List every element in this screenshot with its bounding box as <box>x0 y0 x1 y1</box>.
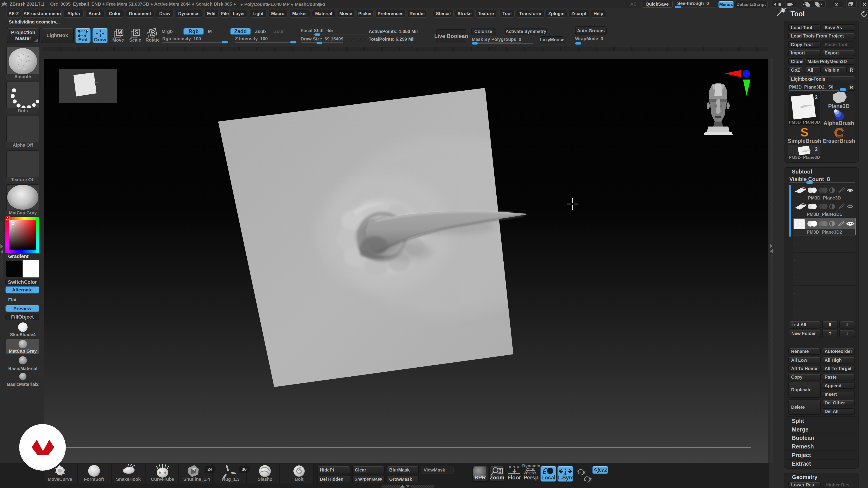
svg-text:S: S <box>800 127 809 138</box>
svg-text:z: z <box>589 476 592 482</box>
svg-text:x: x <box>583 469 586 475</box>
svg-text:XYZ: XYZ <box>598 467 608 473</box>
svg-text:3: 3 <box>815 94 818 100</box>
svg-text:M: M <box>117 29 122 36</box>
svg-text:S: S <box>134 29 138 36</box>
svg-text:3: 3 <box>815 147 818 152</box>
svg-text:Dynamic: Dynamic <box>522 464 540 468</box>
